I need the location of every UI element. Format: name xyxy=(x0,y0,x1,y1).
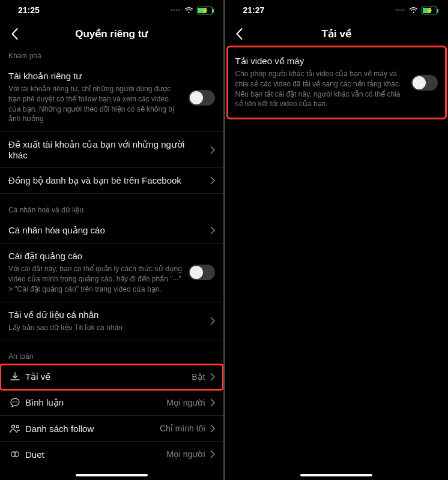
svg-point-6 xyxy=(14,452,19,457)
row-label: Đề xuất tài khoản của bạn với những ngườ… xyxy=(8,139,204,160)
page-header: Quyền riêng tư xyxy=(0,20,223,46)
status-bar: 21:27 •••• ⚡ xyxy=(225,0,449,20)
row-label: Bình luận xyxy=(25,397,64,408)
chevron-right-icon xyxy=(210,146,215,154)
row-downloads[interactable]: Tải về Bật xyxy=(0,364,223,390)
chevron-right-icon xyxy=(210,450,215,458)
download-icon xyxy=(8,371,22,382)
chevron-left-icon xyxy=(236,28,243,40)
status-time: 21:25 xyxy=(18,5,40,15)
row-label: Cá nhân hóa quảng cáo xyxy=(8,225,105,236)
row-ad-personalization[interactable]: Cá nhân hóa quảng cáo xyxy=(0,218,223,244)
svg-point-3 xyxy=(12,425,15,428)
chevron-right-icon xyxy=(210,317,215,325)
status-time: 21:27 xyxy=(243,5,265,15)
row-value: Mọi người xyxy=(166,449,205,459)
home-indicator[interactable] xyxy=(76,474,148,476)
row-label: Cài đặt quảng cáo xyxy=(8,251,183,262)
battery-icon: ⚡ xyxy=(422,7,437,14)
content-scroll[interactable]: Khám phá Tài khoản riêng tư Với tài khoả… xyxy=(0,46,223,480)
toggle-private-account[interactable] xyxy=(189,90,215,106)
back-button[interactable] xyxy=(234,28,246,40)
row-download-video[interactable]: Tải video về máy Cho phép người khác tải… xyxy=(228,47,446,118)
row-label: Tải video về máy xyxy=(235,56,406,67)
battery-icon: ⚡ xyxy=(197,7,213,14)
row-label: Đồng bộ danh bạ và bạn bè trên Facebook xyxy=(8,175,181,186)
row-suggest-account[interactable]: Đề xuất tài khoản của bạn với những ngườ… xyxy=(0,132,223,168)
chevron-right-icon xyxy=(210,226,215,235)
row-private-account[interactable]: Tài khoản riêng tư Với tài khoản riêng t… xyxy=(0,64,223,132)
page-header: Tải về xyxy=(225,20,449,46)
svg-point-1 xyxy=(14,402,16,403)
chevron-right-icon xyxy=(210,176,215,185)
phone-screen-privacy: 21:25 •••• ⚡ Quyền riêng tư Khám phá Tài… xyxy=(0,0,223,480)
wifi-icon xyxy=(409,7,418,14)
people-icon xyxy=(8,423,22,434)
duet-icon xyxy=(8,449,22,460)
wifi-icon xyxy=(184,7,193,14)
row-label: Duet xyxy=(25,449,44,460)
row-comments[interactable]: Bình luận Mọi người xyxy=(0,390,223,416)
row-follow-list[interactable]: Danh sách follow Chỉ mình tôi xyxy=(0,416,223,442)
row-desc: Với cài đặt này, bạn có thể quản lý cách… xyxy=(8,264,183,294)
row-download-data[interactable]: Tải về dữ liệu cá nhân Lấy bản sao dữ li… xyxy=(0,302,223,341)
row-ad-settings[interactable]: Cài đặt quảng cáo Với cài đặt này, bạn c… xyxy=(0,244,223,302)
row-label: Tải về xyxy=(25,371,50,382)
toggle-download-video[interactable] xyxy=(411,75,438,91)
row-value: Bật xyxy=(192,372,205,382)
section-header-personal: Cá nhân hoá và dữ liệu xyxy=(0,194,223,218)
back-button[interactable] xyxy=(8,28,20,40)
row-value: Chỉ mình tôi xyxy=(160,424,205,433)
cellular-dots-icon: •••• xyxy=(171,7,181,13)
row-label: Tải về dữ liệu cá nhân xyxy=(8,310,204,320)
row-desc: Với tài khoản riêng tư, chỉ những người … xyxy=(8,84,183,124)
row-desc: Cho phép người khác tải video của bạn về… xyxy=(235,69,406,109)
row-value: Mọi người xyxy=(166,398,205,407)
status-right: •••• ⚡ xyxy=(171,7,213,14)
content-scroll[interactable]: Tải video về máy Cho phép người khác tải… xyxy=(225,46,449,480)
row-duet[interactable]: Duet Mọi người xyxy=(0,442,223,467)
row-desc: Lấy bản sao dữ liệu TikTok cá nhân xyxy=(8,323,204,333)
page-title: Quyền riêng tư xyxy=(0,28,223,40)
svg-point-0 xyxy=(13,402,14,403)
row-label: Tài khoản riêng tư xyxy=(8,71,183,82)
section-header-discovery: Khám phá xyxy=(0,46,223,64)
highlight-download-video: Tải video về máy Cho phép người khác tải… xyxy=(226,46,447,119)
chevron-right-icon xyxy=(210,373,215,381)
section-header-safety: An toàn xyxy=(0,340,223,364)
svg-point-2 xyxy=(16,402,17,403)
chevron-left-icon xyxy=(11,28,18,40)
home-indicator[interactable] xyxy=(300,474,372,476)
toggle-ad-settings[interactable] xyxy=(189,265,215,280)
status-right: •••• ⚡ xyxy=(395,7,437,14)
chevron-right-icon xyxy=(210,398,215,407)
status-bar: 21:25 •••• ⚡ xyxy=(0,0,223,20)
page-title: Tải về xyxy=(225,28,449,40)
phone-screen-downloads: 21:27 •••• ⚡ Tải về Tải video về máy Cho… xyxy=(225,0,449,480)
svg-point-4 xyxy=(16,425,19,428)
row-sync-contacts[interactable]: Đồng bộ danh bạ và bạn bè trên Facebook xyxy=(0,168,223,194)
cellular-dots-icon: •••• xyxy=(395,7,405,13)
chevron-right-icon xyxy=(210,424,215,433)
comment-icon xyxy=(8,397,22,408)
row-label: Danh sách follow xyxy=(25,424,94,434)
